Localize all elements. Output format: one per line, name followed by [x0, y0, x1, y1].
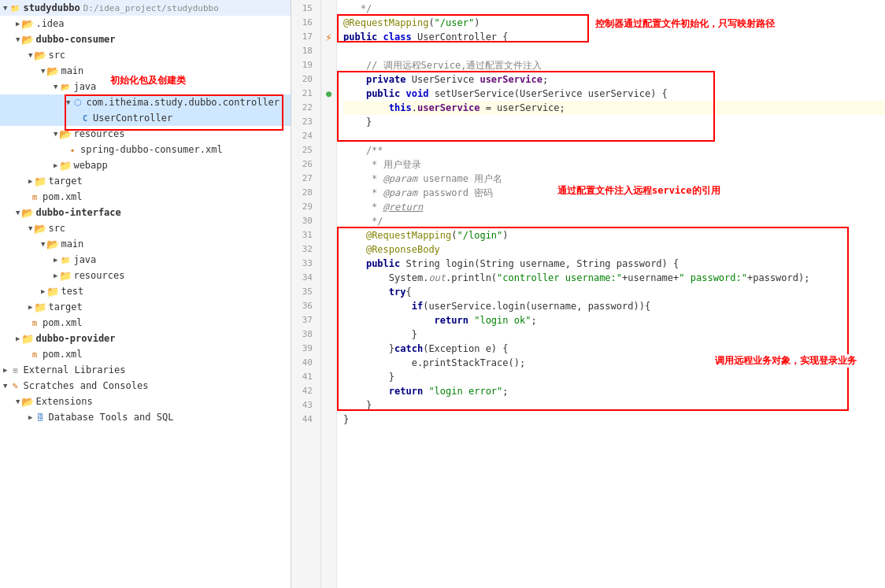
tree-db-tools[interactable]: ▶ 🗄 Database Tools and SQL — [0, 409, 291, 425]
tree-iface-resources[interactable]: ▶ 📁 resources — [0, 268, 291, 283]
code-text — [343, 313, 435, 327]
code-line-37: return "login ok"; — [343, 313, 885, 327]
spring-xml-label: spring-dubbo-consumer.xml — [80, 144, 223, 155]
gutter-25 — [321, 143, 336, 157]
code-text — [343, 101, 389, 115]
folder-icon: 📁 — [59, 159, 72, 172]
interface-label: dubbo-interface — [35, 207, 120, 218]
code-text: class — [383, 30, 412, 44]
tree-usercontroller[interactable]: C UserController — [0, 110, 291, 126]
tree-iface-pom[interactable]: m pom.xml — [0, 315, 291, 331]
provider-label: dubbo-provider — [35, 333, 115, 344]
code-text — [400, 87, 405, 101]
tree-iface-main[interactable]: ▼ 📂 main — [0, 236, 291, 252]
tree-consumer-target[interactable]: ▶ 📁 target — [0, 173, 291, 189]
gutter-41 — [321, 370, 336, 384]
code-text: */ — [343, 2, 372, 16]
code-text: e.printStackTrace(); — [343, 356, 525, 370]
tree-idea[interactable]: ▶ 📂 .idea — [0, 16, 291, 31]
ln-27: 27 — [291, 172, 316, 186]
tree-webapp[interactable]: ▶ 📁 webapp — [0, 157, 291, 173]
code-text: catch — [394, 342, 423, 356]
tree-iface-test[interactable]: ▶ 📁 test — [0, 283, 291, 299]
tree-consumer[interactable]: ▼ 📂 dubbo-consumer — [0, 31, 291, 47]
code-line-17: public class UserController { — [343, 30, 885, 44]
src-label: src — [48, 50, 65, 61]
tree-interface[interactable]: ▼ 📂 dubbo-interface — [0, 205, 291, 220]
chevron-right-icon: ▶ — [54, 256, 57, 264]
code-line-30: */ — [343, 214, 885, 228]
code-area[interactable]: 15 16 17 18 19 20 21 22 23 24 25 26 27 2… — [291, 0, 885, 588]
ln-42: 42 — [291, 384, 316, 398]
tree-java[interactable]: ▼ 📂 java — [0, 79, 291, 94]
code-text: ( — [428, 16, 434, 30]
tree-extensions[interactable]: ▼ 📂 Extensions — [0, 394, 291, 409]
code-text: UserController { — [412, 30, 509, 44]
code-line-24 — [343, 129, 885, 143]
gutter-32 — [321, 242, 336, 257]
code-text: password 密码 — [417, 186, 493, 200]
gutter-37 — [321, 313, 336, 327]
code-text — [343, 384, 389, 398]
ln-17: 17 — [291, 30, 316, 44]
gutter-43 — [321, 398, 336, 412]
tree-iface-src[interactable]: ▼ 📂 src — [0, 220, 291, 236]
gutter-40 — [321, 356, 336, 370]
scratches-label: Scratches and Consoles — [23, 380, 148, 391]
gutter-24 — [321, 129, 336, 143]
code-line-35: try{ — [343, 285, 885, 299]
code-text: ) — [502, 228, 508, 242]
code-text: public — [366, 87, 400, 101]
code-text: this — [389, 101, 412, 115]
tree-consumer-pom[interactable]: m pom.xml — [0, 189, 291, 205]
tree-provider-pom[interactable]: m pom.xml — [0, 346, 291, 362]
tree-ext-libs[interactable]: ▶ ⊞ External Libraries — [0, 362, 291, 378]
project-icon: 📁 — [9, 2, 21, 14]
code-text: ( — [451, 228, 457, 242]
tree-iface-java[interactable]: ▶ 📁 java — [0, 252, 291, 268]
code-content[interactable]: 控制器通过配置文件初始化，只写映射路径 通过配置文件注入远程service的引用… — [337, 0, 885, 588]
chevron-down-icon: ▼ — [16, 35, 20, 43]
code-text: void — [406, 87, 429, 101]
gutter-27 — [321, 172, 336, 186]
ext-libs-icon: ⊞ — [9, 364, 21, 376]
code-text: if — [412, 299, 423, 313]
tree-root[interactable]: ▼ 📁 studydubbo D:/idea_project/studydubb… — [0, 0, 291, 16]
tree-spring-xml[interactable]: ✦ spring-dubbo-consumer.xml — [0, 142, 291, 157]
gutter-31 — [321, 228, 336, 242]
tree-main[interactable]: ▼ 📂 main — [0, 63, 291, 79]
code-text: String login(String username, String pas… — [400, 257, 679, 271]
gutter-44 — [321, 412, 336, 427]
tree-controller-pkg[interactable]: ▼ ⬡ com.itheima.study.dubbo.controller — [0, 94, 291, 110]
ln-41: 41 — [291, 370, 316, 384]
code-line-40: e.printStackTrace(); — [343, 356, 885, 370]
chevron-down-icon: ▼ — [3, 382, 7, 390]
code-text: public — [366, 257, 400, 271]
folder-icon: 📁 — [59, 269, 72, 282]
gutter-18 — [321, 44, 336, 58]
code-line-36: if(userService.login(username, password)… — [343, 299, 885, 313]
ln-39: 39 — [291, 342, 316, 356]
code-text: @param — [383, 186, 417, 200]
ln-37: 37 — [291, 313, 316, 327]
ln-23: 23 — [291, 115, 316, 129]
xml-icon: ✦ — [66, 143, 79, 156]
code-line-41: } — [343, 370, 885, 384]
tree-iface-target[interactable]: ▶ 📁 target — [0, 299, 291, 315]
gutter-17: ⚡ — [321, 30, 336, 44]
tree-resources[interactable]: ▼ 📂 resources — [0, 126, 291, 142]
code-line-29: * @return — [343, 200, 885, 214]
code-text: } — [343, 115, 372, 129]
tree-scratches[interactable]: ▼ ✎ Scratches and Consoles — [0, 378, 291, 394]
code-text: } — [343, 327, 417, 342]
tree-provider[interactable]: ▶ 📁 dubbo-provider — [0, 331, 291, 346]
ln-34: 34 — [291, 271, 316, 285]
code-text: ; — [502, 384, 508, 398]
ln-16: 16 — [291, 16, 316, 30]
main-label: main — [61, 65, 83, 76]
tree-consumer-src[interactable]: ▼ 📂 src — [0, 47, 291, 63]
code-line-15: */ — [343, 2, 885, 16]
code-line-16: @RequestMapping("/user") — [343, 16, 885, 30]
iface-target-label: target — [48, 301, 82, 312]
code-line-39: }catch(Exception e) { — [343, 342, 885, 356]
